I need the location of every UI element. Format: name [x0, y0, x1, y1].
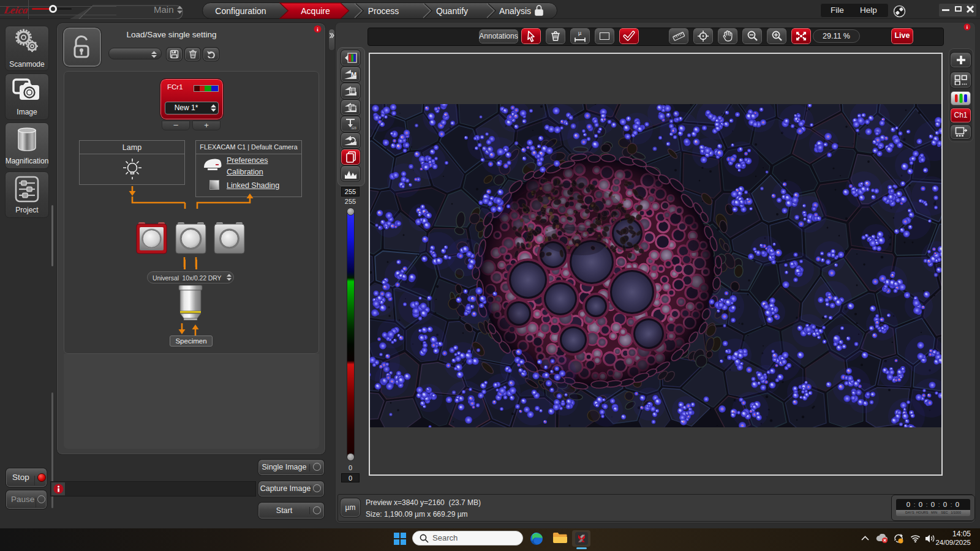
svg-text:Configuration: Configuration [215, 6, 266, 16]
svg-text:Acquire: Acquire [301, 6, 330, 16]
svg-text:µ: µ [578, 30, 581, 36]
svg-text:.123: .123 [350, 126, 356, 130]
svg-text:Analysis: Analysis [499, 6, 531, 16]
svg-text:M: M [351, 71, 356, 78]
svg-text:Quantify: Quantify [436, 6, 468, 16]
svg-text:Process: Process [368, 6, 399, 16]
